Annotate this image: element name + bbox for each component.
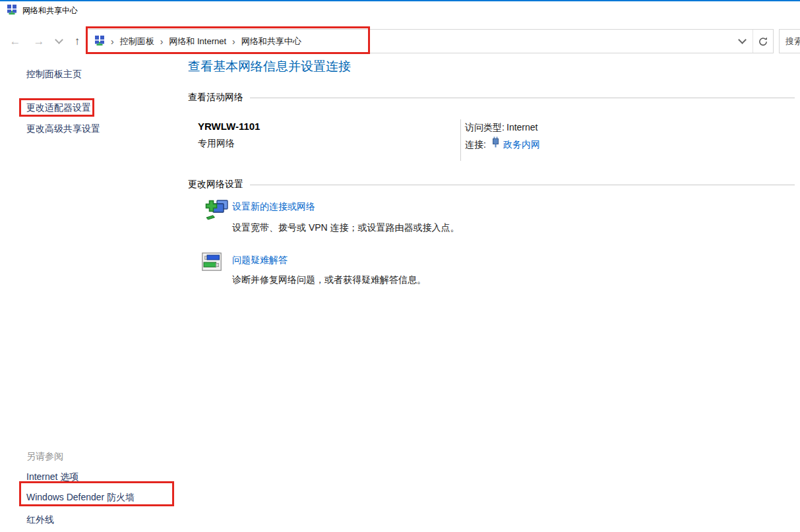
sidebar-item-control-panel-home[interactable]: 控制面板主页 xyxy=(26,69,82,80)
breadcrumb-separator-icon: › xyxy=(111,36,114,47)
section-change-settings: 更改网络设置 xyxy=(188,179,795,191)
setup-new-connection-link[interactable]: 设置新的连接或网络 xyxy=(232,201,315,213)
access-type-value: Internet xyxy=(507,122,538,133)
window-title: 网络和共享中心 xyxy=(22,5,78,16)
breadcrumb-control-panel[interactable]: 控制面板 xyxy=(120,36,154,47)
see-also-header: 另请参阅 xyxy=(26,451,63,463)
section-active-networks-label: 查看活动网络 xyxy=(188,92,243,103)
section-active-networks: 查看活动网络 xyxy=(188,92,795,103)
search-input[interactable] xyxy=(780,36,800,47)
section-rule xyxy=(250,98,795,98)
sidebar-item-windows-defender-firewall[interactable]: Windows Defender 防火墙 xyxy=(26,492,135,504)
titlebar: 网络和共享中心 xyxy=(0,1,800,20)
back-icon[interactable]: ← xyxy=(5,29,25,53)
breadcrumb-separator-icon: › xyxy=(232,36,235,47)
sidebar-item-change-adapter-settings[interactable]: 更改适配器设置 xyxy=(26,102,91,114)
section-change-settings-label: 更改网络设置 xyxy=(188,179,243,191)
connection-link[interactable]: 政务内网 xyxy=(503,139,540,151)
network-name: YRWLW-1101 xyxy=(198,121,260,132)
breadcrumb-network-sharing-center[interactable]: 网络和共享中心 xyxy=(241,36,301,47)
network-icon xyxy=(94,35,105,48)
recent-locations-icon[interactable] xyxy=(53,29,65,53)
setup-new-connection-description: 设置宽带、拨号或 VPN 连接；或设置路由器或接入点。 xyxy=(232,222,460,234)
page-title: 查看基本网络信息并设置连接 xyxy=(188,58,351,75)
address-dropdown-icon[interactable] xyxy=(731,30,753,53)
forward-icon[interactable]: → xyxy=(29,29,49,53)
sidebar-item-internet-options[interactable]: Internet 选项 xyxy=(26,471,78,483)
network-sharing-center-window: 网络和共享中心 ← → ↑ › 控制面板 › 网络和 Internet › 网络… xyxy=(0,0,800,532)
troubleshoot-link[interactable]: 问题疑难解答 xyxy=(232,254,288,266)
search-box xyxy=(779,29,800,53)
troubleshoot-description: 诊断并修复网络问题，或者获得疑难解答信息。 xyxy=(232,274,426,286)
troubleshoot-icon[interactable] xyxy=(202,252,222,274)
refresh-icon[interactable] xyxy=(753,30,773,53)
new-connection-icon[interactable] xyxy=(205,198,230,225)
access-type-label: 访问类型: xyxy=(465,122,505,134)
network-divider xyxy=(460,119,461,161)
ethernet-icon xyxy=(491,136,500,150)
network-type: 专用网络 xyxy=(198,138,235,150)
section-rule xyxy=(250,185,795,185)
address-bar[interactable]: › 控制面板 › 网络和 Internet › 网络和共享中心 xyxy=(87,29,774,53)
sidebar-item-infrared[interactable]: 红外线 xyxy=(26,514,54,526)
breadcrumb-network-internet[interactable]: 网络和 Internet xyxy=(169,36,226,47)
up-icon[interactable]: ↑ xyxy=(67,29,87,53)
sidebar-item-change-advanced-sharing[interactable]: 更改高级共享设置 xyxy=(26,123,100,135)
network-icon xyxy=(7,4,17,17)
connections-label: 连接: xyxy=(465,139,486,151)
breadcrumb-separator-icon: › xyxy=(160,36,164,47)
